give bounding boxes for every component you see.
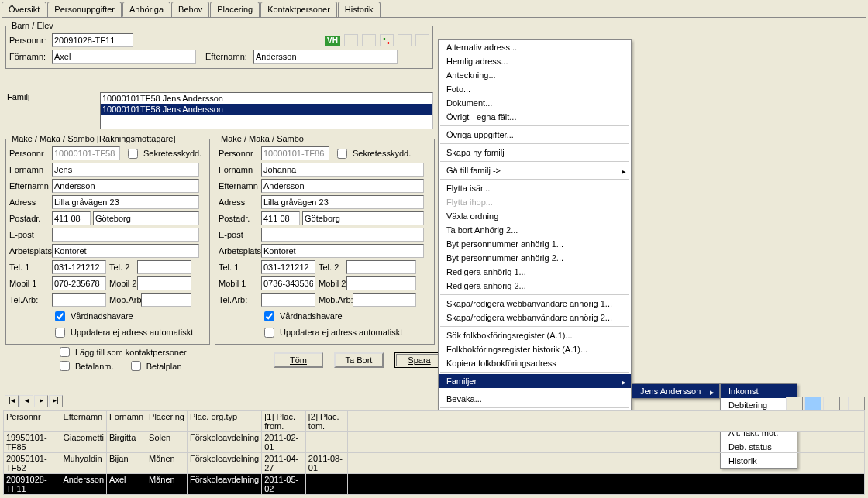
s2-ort[interactable]: [302, 211, 424, 225]
s2-postnr[interactable]: [261, 211, 300, 225]
data-grid[interactable]: PersonnrEfternamnFörnamnPlaceringPlac. o…: [3, 410, 865, 495]
tool-icon-3[interactable]: [823, 397, 840, 412]
menu-item[interactable]: Växla ordning: [439, 209, 631, 223]
context-menu[interactable]: Alternativ adress...Hemlig adress...Ante…: [438, 39, 632, 424]
btn-tabort[interactable]: Ta Bort: [334, 352, 384, 368]
child-personnr[interactable]: [52, 33, 133, 47]
menu-item[interactable]: Folkbokföringsregister historik (A.1)...: [439, 342, 631, 356]
tab-historik[interactable]: Historik: [338, 2, 381, 17]
chk-laggtill[interactable]: Lägg till som kontaktpersoner: [57, 345, 187, 359]
submenu-familjer[interactable]: Jens Andersson▸: [632, 383, 720, 399]
familj-list[interactable]: 10000101TF58 Jens Andersson 10000101TF58…: [100, 92, 433, 129]
s1-mobarb[interactable]: [141, 293, 191, 307]
menu-item[interactable]: Anteckning...: [439, 68, 631, 82]
btn-tom[interactable]: Töm: [274, 352, 323, 368]
nav-next[interactable]: ▸: [34, 395, 48, 407]
s1-adress[interactable]: [52, 195, 199, 209]
menu-item[interactable]: Övrigt - egna fält...: [439, 110, 631, 124]
familj-item-blank[interactable]: [101, 115, 432, 125]
s1-efternamn[interactable]: [52, 179, 199, 193]
child-fornamn[interactable]: [52, 50, 196, 64]
s2-fornamn[interactable]: [261, 163, 424, 177]
s1-tel2[interactable]: [137, 260, 191, 274]
s1-epost[interactable]: [52, 228, 199, 242]
tool-icon-2[interactable]: [804, 397, 822, 412]
s2-telarb[interactable]: [261, 293, 315, 307]
s1-vardnad[interactable]: Vårdnadshavare: [52, 309, 133, 324]
s2-adress[interactable]: [261, 195, 424, 209]
s1-auto[interactable]: Uppdatera ej adress automatiskt: [52, 325, 193, 340]
menu-item[interactable]: Flytta isär...: [439, 181, 631, 195]
nav-first[interactable]: |◂: [5, 395, 19, 407]
nav-last[interactable]: ▸|: [49, 395, 63, 407]
status-icon-3[interactable]: ••: [380, 34, 394, 46]
s1-arbetsplats[interactable]: [52, 244, 199, 258]
status-icon-4[interactable]: [398, 34, 412, 46]
s1-fornamn[interactable]: [52, 163, 199, 177]
tab-behov[interactable]: Behov: [171, 2, 209, 17]
s2-mobarb[interactable]: [353, 293, 416, 307]
status-icon-5[interactable]: [415, 34, 429, 46]
menu-item[interactable]: Ta bort Anhörig 2...: [439, 223, 631, 237]
s2-personnr[interactable]: [261, 146, 329, 160]
s2-mobil1[interactable]: [261, 276, 315, 290]
s1-tel1[interactable]: [52, 260, 106, 274]
table-row[interactable]: 20050101-TF52MuhyaldinBijanMånenFörskole…: [4, 453, 865, 474]
tab-anhoriga[interactable]: Anhöriga: [122, 2, 170, 17]
menu-item[interactable]: Övriga uppgifter...: [439, 128, 631, 142]
s2-tel1[interactable]: [261, 260, 315, 274]
chk-betalanm[interactable]: Betalanm.: [57, 359, 114, 373]
menu-item[interactable]: Skapa ny familj: [439, 146, 631, 160]
col-header[interactable]: Efternamn: [60, 411, 107, 432]
s2-auto[interactable]: Uppdatera ej adress automatiskt: [261, 325, 402, 340]
submenu-jens[interactable]: Jens Andersson▸: [632, 384, 719, 398]
menu-item[interactable]: Foto...: [439, 82, 631, 96]
menu-item[interactable]: Redigera anhörig 1...: [439, 265, 631, 279]
tab-personuppgifter[interactable]: Personuppgifter: [47, 2, 122, 17]
s1-mobil2[interactable]: [137, 276, 191, 290]
familj-item-1[interactable]: 10000101TF58 Jens Andersson: [101, 104, 432, 115]
table-row[interactable]: 19950101-TF85GiacomettiBirgittaSolenFörs…: [4, 432, 865, 453]
status-icon-1[interactable]: [344, 34, 358, 46]
tool-icon-1[interactable]: [786, 397, 803, 412]
btn-spara[interactable]: Spara: [394, 352, 444, 368]
col-header[interactable]: [1] Plac. from.: [262, 411, 306, 432]
menu-item[interactable]: Bevaka...: [439, 392, 631, 406]
menu-item[interactable]: Alternativ adress...: [439, 40, 631, 54]
s2-arbetsplats[interactable]: [261, 244, 424, 258]
s2-efternamn[interactable]: [261, 179, 424, 193]
tool-icon-4[interactable]: [848, 397, 865, 412]
menu-item[interactable]: Gå till familj ->▸: [439, 163, 631, 177]
s2-mobil2[interactable]: [346, 276, 416, 290]
s1-ort[interactable]: [93, 211, 199, 225]
nav-prev[interactable]: ◂: [19, 395, 33, 407]
menu-item[interactable]: Sök folkbokföringsregister (A.1)...: [439, 328, 631, 342]
tab-oversikt[interactable]: Översikt: [2, 2, 46, 17]
menu-item[interactable]: Redigera anhörig 2...: [439, 279, 631, 293]
child-efternamn[interactable]: [253, 50, 398, 64]
s1-personnr[interactable]: [52, 146, 120, 160]
s2-tel2[interactable]: [346, 260, 416, 274]
familj-item-0[interactable]: 10000101TF58 Jens Andersson: [101, 93, 432, 104]
menu-item[interactable]: Kopiera folkbokföringsadress: [439, 356, 631, 370]
s1-telarb[interactable]: [52, 293, 106, 307]
menu-item[interactable]: Familjer▸: [439, 374, 631, 388]
s1-sekretess[interactable]: Sekretesskydd.: [125, 146, 202, 161]
col-header[interactable]: Personnr: [4, 411, 60, 432]
menu-item[interactable]: Skapa/redigera webbanvändare anhörig 2..…: [439, 311, 631, 325]
menu-item[interactable]: Skapa/redigera webbanvändare anhörig 1..…: [439, 297, 631, 311]
col-header[interactable]: Placering: [146, 411, 188, 432]
tab-placering[interactable]: Placering: [210, 2, 260, 17]
col-header[interactable]: [2] Plac. tom.: [305, 411, 348, 432]
col-header[interactable]: Plac. org.typ: [187, 411, 261, 432]
s1-postnr[interactable]: [52, 211, 91, 225]
s1-mobil1[interactable]: [52, 276, 106, 290]
col-header[interactable]: Förnamn: [107, 411, 146, 432]
menu-item[interactable]: Byt personnummer anhörig 1...: [439, 237, 631, 251]
menu-item[interactable]: Byt personnummer anhörig 2...: [439, 251, 631, 265]
tab-kontaktpersoner[interactable]: Kontaktpersoner: [260, 2, 337, 17]
s2-epost[interactable]: [261, 228, 424, 242]
s2-vardnad[interactable]: Vårdnadshavare: [261, 309, 343, 324]
status-icon-2[interactable]: [362, 34, 376, 46]
menu-item[interactable]: Hemlig adress...: [439, 54, 631, 68]
